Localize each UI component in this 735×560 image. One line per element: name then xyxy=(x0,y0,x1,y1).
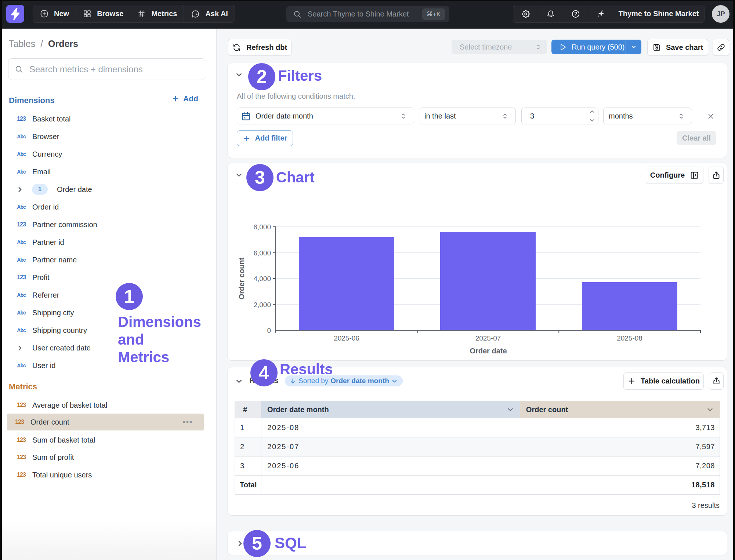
svg-text:6,000: 6,000 xyxy=(253,249,271,257)
svg-text:Order date: Order date xyxy=(470,347,507,355)
svg-text:0: 0 xyxy=(267,327,271,334)
svg-text:2025-06: 2025-06 xyxy=(334,334,359,342)
svg-text:2,000: 2,000 xyxy=(253,301,271,309)
svg-text:8,000: 8,000 xyxy=(253,223,271,231)
svg-text:2025-08: 2025-08 xyxy=(617,334,642,342)
svg-text:2025-07: 2025-07 xyxy=(475,334,501,342)
svg-text:Order count: Order count xyxy=(238,257,246,299)
svg-text:4,000: 4,000 xyxy=(253,275,271,283)
